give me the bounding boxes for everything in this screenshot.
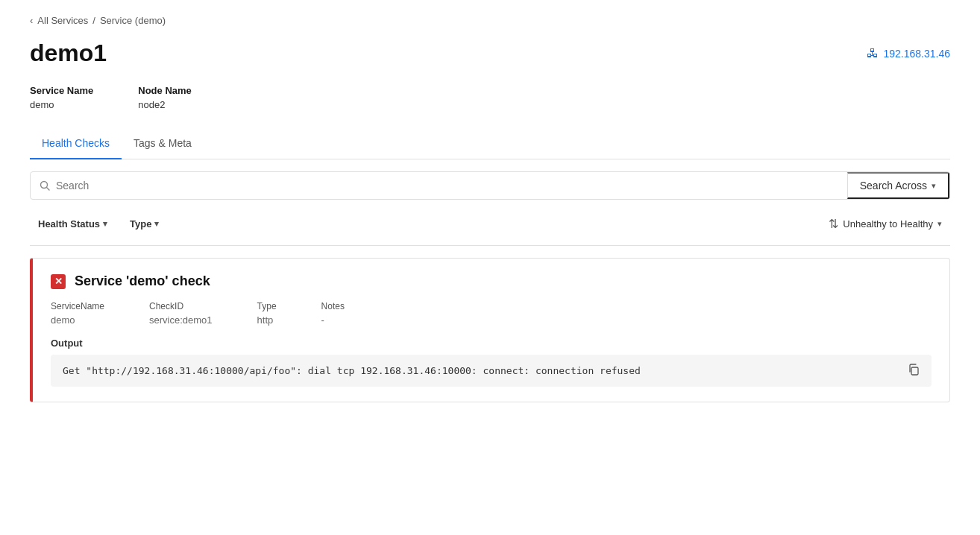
node-icon: 🖧: [867, 47, 879, 60]
tab-tags-meta[interactable]: Tags & Meta: [122, 128, 204, 159]
sort-section: ⇅ Unhealthy to Healthy ▾: [820, 213, 950, 235]
breadcrumb: ‹ All Services / Service (demo): [30, 15, 950, 26]
check-id-label: CheckID: [149, 301, 213, 311]
node-name-value: node2: [138, 99, 192, 110]
meta-grid: Service Name demo Node Name node2: [30, 85, 950, 110]
card-header: ✕ Service 'demo' check: [51, 273, 932, 289]
service-name-value: demo: [30, 99, 93, 110]
sort-label: Unhealthy to Healthy: [843, 218, 933, 229]
breadcrumb-all-services[interactable]: All Services: [37, 15, 88, 26]
service-name-field-value: demo: [51, 314, 104, 326]
breadcrumb-back-icon: ‹: [30, 15, 33, 26]
error-status-icon: ✕: [51, 274, 66, 289]
output-section: Output Get "http://192.168.31.46:10000/a…: [51, 338, 932, 387]
sort-button[interactable]: ⇅ Unhealthy to Healthy ▾: [820, 213, 950, 235]
sort-chevron: ▾: [937, 219, 942, 229]
svg-rect-2: [911, 367, 918, 375]
notes-field: Notes -: [321, 301, 345, 326]
notes-value: -: [321, 314, 345, 326]
output-label: Output: [51, 338, 932, 349]
search-bar: Search Across ▾: [30, 171, 950, 200]
service-name-field: ServiceName demo: [51, 301, 104, 326]
breadcrumb-current: Service (demo): [100, 15, 166, 26]
header-row: demo1 🖧 192.168.31.46: [30, 39, 950, 67]
search-input[interactable]: [56, 180, 838, 191]
search-across-label: Search Across: [860, 180, 927, 191]
filters-divider: [30, 245, 950, 246]
search-input-wrapper: [31, 174, 847, 197]
copy-icon[interactable]: [908, 364, 920, 378]
svg-line-1: [47, 188, 50, 191]
output-box: Get "http://192.168.31.46:10000/api/foo"…: [51, 355, 932, 387]
health-check-card: ✕ Service 'demo' check ServiceName demo …: [30, 258, 950, 402]
filters-left: Health Status ▾ Type ▾: [30, 215, 167, 233]
sort-icon: ⇅: [829, 217, 838, 231]
tab-health-checks[interactable]: Health Checks: [30, 128, 122, 159]
output-text: Get "http://192.168.31.46:10000/api/foo"…: [63, 365, 641, 376]
breadcrumb-separator: /: [92, 15, 95, 26]
check-title: Service 'demo' check: [75, 273, 210, 289]
type-filter-label: Type: [130, 218, 151, 229]
service-name-meta: Service Name demo: [30, 85, 93, 110]
node-name-label: Node Name: [138, 85, 192, 96]
service-name-field-label: ServiceName: [51, 301, 104, 311]
type-field: Type http: [257, 301, 277, 326]
type-field-label: Type: [257, 301, 277, 311]
page-title: demo1: [30, 39, 107, 67]
page-container: ‹ All Services / Service (demo) demo1 🖧 …: [0, 0, 980, 417]
check-id-field: CheckID service:demo1: [149, 301, 213, 326]
health-status-chevron: ▾: [103, 219, 107, 229]
card-fields: ServiceName demo CheckID service:demo1 T…: [51, 301, 932, 326]
service-name-label: Service Name: [30, 85, 93, 96]
type-filter[interactable]: Type ▾: [122, 215, 167, 233]
search-across-button[interactable]: Search Across ▾: [847, 172, 949, 199]
node-name-meta: Node Name node2: [138, 85, 192, 110]
type-field-value: http: [257, 314, 277, 326]
type-chevron: ▾: [154, 219, 159, 229]
chevron-down-icon: ▾: [932, 181, 936, 191]
ip-address-link[interactable]: 🖧 192.168.31.46: [867, 47, 950, 60]
notes-label: Notes: [321, 301, 345, 311]
check-id-value: service:demo1: [149, 314, 213, 326]
filters-row: Health Status ▾ Type ▾ ⇅ Unhealthy to He…: [30, 209, 950, 239]
ip-address-text: 192.168.31.46: [883, 48, 950, 60]
tabs-bar: Health Checks Tags & Meta: [30, 128, 950, 159]
health-status-filter[interactable]: Health Status ▾: [30, 215, 116, 233]
search-icon: [40, 180, 50, 191]
health-status-label: Health Status: [38, 218, 100, 229]
